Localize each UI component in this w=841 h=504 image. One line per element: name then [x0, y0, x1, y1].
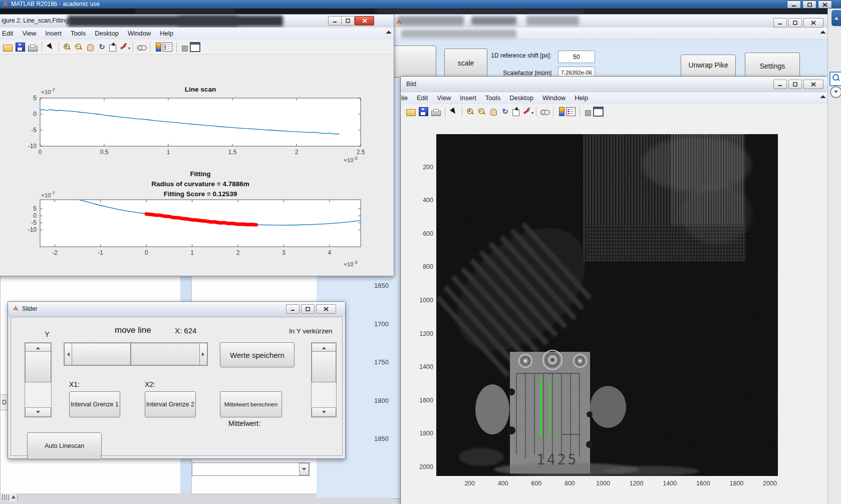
bild-x-tick: 400: [493, 480, 513, 487]
pan-icon[interactable]: [489, 108, 498, 116]
bild-close-button[interactable]: [803, 80, 823, 89]
open-icon[interactable]: [3, 45, 13, 52]
statusbar-grip[interactable]: [1, 493, 18, 501]
brush-icon[interactable]: [522, 108, 531, 116]
menu-item-window[interactable]: Window: [538, 92, 570, 102]
search-button[interactable]: [829, 72, 841, 86]
menu-item-file[interactable]: File: [401, 92, 412, 102]
menu-item-desktop[interactable]: Desktop: [90, 28, 123, 37]
figure2-minimize-button[interactable]: [328, 16, 342, 26]
dock-small-icon[interactable]: [182, 46, 188, 52]
pan-icon[interactable]: [86, 43, 95, 51]
sidebar-collapse-button[interactable]: [831, 10, 841, 26]
background-axis-tick: 1700: [374, 320, 389, 328]
auto-linescan-button[interactable]: Auto Linescan: [27, 432, 102, 459]
save-icon[interactable]: [16, 43, 25, 52]
menu-item-insert[interactable]: Insert: [455, 92, 481, 102]
slider-right-arrow-icon[interactable]: [199, 343, 207, 365]
svg-text:0.5: 0.5: [100, 149, 109, 156]
dock-icon[interactable]: [593, 107, 604, 117]
in-y-slider-thumb[interactable]: [312, 351, 336, 382]
scroll-down-button[interactable]: [830, 86, 841, 98]
dock-small-icon[interactable]: [585, 110, 591, 116]
slider-window: Slider Y move line X: 624 In Y verkürzen…: [8, 301, 346, 459]
zoom-out-icon[interactable]: −: [75, 43, 83, 51]
combobox-arrow-icon[interactable]: [299, 463, 309, 475]
menu-item-edit[interactable]: Edit: [0, 28, 18, 37]
zoom-in-icon[interactable]: +: [63, 43, 72, 51]
slider-maximize-button[interactable]: [301, 304, 315, 314]
y-slider-down-icon[interactable]: [25, 407, 51, 417]
y-slider-thumb[interactable]: [25, 351, 51, 382]
slider-left-arrow-icon[interactable]: [64, 343, 72, 365]
figure2-close-button[interactable]: [355, 16, 374, 26]
zoom-in-icon[interactable]: +: [466, 108, 475, 116]
interval-grenze-2-button[interactable]: Interval Grenze 2: [145, 391, 196, 417]
colorbar-icon[interactable]: [156, 43, 161, 52]
svg-text:-1: -1: [98, 249, 103, 256]
slider-track[interactable]: [131, 343, 201, 365]
print-icon[interactable]: [28, 46, 38, 52]
gui-minimize-button[interactable]: [773, 18, 787, 28]
dock-icon[interactable]: [190, 42, 200, 52]
cursor-icon[interactable]: [46, 43, 55, 51]
bild-maximize-button[interactable]: [788, 80, 802, 89]
ref-shift-input[interactable]: 50: [558, 51, 595, 63]
slider-minimize-button[interactable]: [286, 304, 300, 314]
legend-icon[interactable]: [566, 107, 576, 116]
move-line-slider[interactable]: [64, 342, 208, 366]
gui-maximize-button[interactable]: [788, 18, 802, 28]
svg-text:3: 3: [282, 249, 286, 256]
svg-text:0: 0: [39, 149, 42, 156]
menu-item-tools[interactable]: Tools: [66, 28, 90, 37]
rotate-icon[interactable]: ↻: [98, 43, 106, 51]
figure2-maximize-button[interactable]: [341, 16, 355, 26]
brush-dropdown-icon[interactable]: ▾: [531, 111, 533, 115]
menu-item-tools[interactable]: Tools: [481, 92, 505, 102]
brush-dropdown-icon[interactable]: ▾: [128, 46, 130, 51]
menu-item-desktop[interactable]: Desktop: [505, 92, 538, 102]
interval-grenze-1-button[interactable]: Interval Grenze 1: [69, 391, 120, 417]
bild-minimize-button[interactable]: [773, 80, 787, 89]
colorbar-icon[interactable]: [559, 107, 565, 116]
rotate-icon[interactable]: ↻: [501, 108, 509, 116]
data-cursor-icon[interactable]: [109, 45, 116, 52]
menu-item-view[interactable]: View: [432, 92, 455, 102]
background-combobox[interactable]: [192, 462, 310, 476]
y-slider[interactable]: [25, 342, 52, 417]
move-line-slider-thumb[interactable]: [72, 343, 131, 365]
link-plot-icon[interactable]: [137, 43, 146, 51]
zoom-out-icon[interactable]: −: [478, 108, 486, 116]
figure2-canvas: Line scan ×10-7 ×10-3 Fitting Radius of …: [0, 55, 393, 275]
menu-item-window[interactable]: Window: [123, 28, 155, 37]
data-cursor-icon[interactable]: [512, 109, 519, 116]
partial-button[interactable]: [394, 46, 436, 78]
mittelwert-berechnen-button[interactable]: Mittelwert berechnen: [220, 391, 282, 417]
save-icon[interactable]: [419, 107, 428, 116]
svg-text:0: 0: [145, 249, 148, 256]
print-icon[interactable]: [431, 111, 441, 116]
maximize-button[interactable]: [802, 1, 816, 9]
gui-close-button[interactable]: [803, 18, 823, 28]
slider-close-button[interactable]: [316, 304, 336, 314]
bild-y-tick: 200: [412, 164, 433, 171]
menu-item-insert[interactable]: Insert: [41, 28, 66, 37]
open-icon[interactable]: [406, 109, 416, 116]
minimize-button[interactable]: [787, 1, 801, 9]
legend-icon[interactable]: [163, 43, 172, 52]
redaction-blob: [376, 9, 586, 14]
link-plot-icon[interactable]: [540, 108, 549, 116]
menu-item-view[interactable]: View: [18, 28, 41, 37]
in-y-slider[interactable]: [311, 342, 337, 417]
menu-item-help[interactable]: Help: [570, 92, 593, 102]
close-button[interactable]: [818, 1, 832, 9]
menu-item-edit[interactable]: Edit: [412, 92, 432, 102]
in-y-slider-down-icon[interactable]: [312, 407, 336, 417]
bild-x-tick: 2000: [760, 480, 780, 487]
werte-speichern-button[interactable]: Werte speichern: [220, 342, 295, 367]
cursor-icon[interactable]: [449, 108, 458, 116]
menu-item-help[interactable]: Help: [155, 28, 178, 37]
measurement-image[interactable]: 1425: [436, 134, 778, 476]
redaction-blob: [135, 9, 235, 14]
brush-icon[interactable]: [119, 43, 128, 51]
